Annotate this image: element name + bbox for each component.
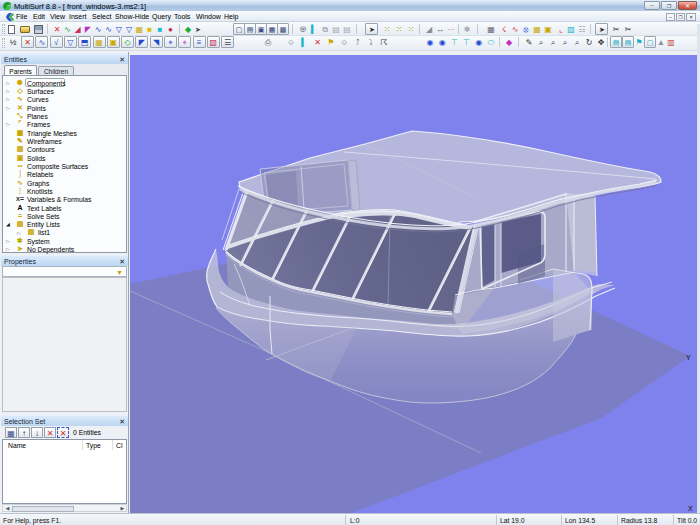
svg-text:X: X [688,505,693,512]
svg-text:Y: Y [686,354,691,361]
